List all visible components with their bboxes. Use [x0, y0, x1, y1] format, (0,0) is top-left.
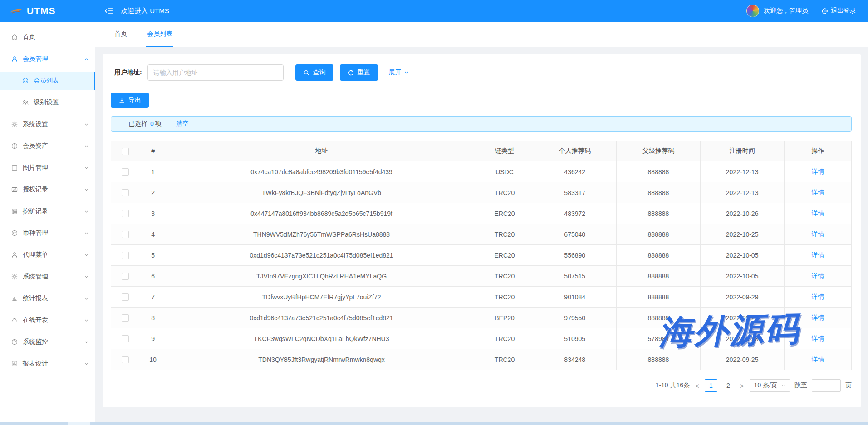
- table-row: 1 0x74ca107de8a8abfee498209b3fd01159e5f4…: [111, 161, 852, 182]
- pagination-total: 1-10 共16条: [656, 381, 690, 390]
- chevron-up-icon: [84, 57, 89, 62]
- sidebar-item-home[interactable]: 首页: [0, 28, 95, 46]
- row-date: 2022-09-28: [700, 328, 784, 349]
- user-greeting: 欢迎您，管理员: [764, 7, 808, 15]
- detail-link[interactable]: 详情: [811, 356, 824, 363]
- row-parent-code: 888888: [617, 182, 700, 203]
- row-chain: ERC20: [476, 203, 533, 224]
- row-code: 556890: [533, 245, 617, 266]
- row-code: 583317: [533, 182, 617, 203]
- dollar-circle-icon: [11, 142, 18, 150]
- row-chain: TRC20: [476, 266, 533, 287]
- sidebar-item-online-dev[interactable]: 在线开发: [0, 311, 95, 329]
- page-size-select[interactable]: 10 条/页: [750, 379, 790, 392]
- row-address: TKCF3wqsWLC2gNCDbXq1LaLhQkWfz7NHU3: [167, 328, 476, 349]
- jump-prefix: 跳至: [794, 381, 807, 390]
- row-checkbox[interactable]: [122, 314, 129, 322]
- expand-link[interactable]: 展开: [389, 68, 409, 77]
- picture-icon: [11, 186, 18, 193]
- table-list-icon: [11, 208, 18, 215]
- selected-count: 0: [150, 120, 154, 127]
- detail-link[interactable]: 详情: [811, 335, 824, 342]
- tab-home[interactable]: 首页: [113, 22, 128, 47]
- sidebar-item-report-design[interactable]: 报表设计: [0, 355, 95, 373]
- sidebar-item-mining-records[interactable]: 挖矿记录: [0, 202, 95, 220]
- sidebar-item-label: 币种管理: [23, 229, 79, 237]
- content-area: 用户地址: 查询 重置 展开: [95, 47, 868, 425]
- sidebar-item-member-assets[interactable]: 会员资产: [0, 137, 95, 155]
- page-2-button[interactable]: 2: [722, 379, 735, 392]
- next-page-button[interactable]: >: [739, 382, 745, 390]
- row-date: 2022-12-13: [700, 182, 784, 203]
- row-select-cell: [111, 224, 139, 245]
- search-icon: [303, 69, 310, 76]
- row-checkbox[interactable]: [122, 189, 129, 196]
- row-chain: USDC: [476, 161, 533, 182]
- sidebar-item-label: 图片管理: [23, 164, 79, 172]
- avatar[interactable]: [746, 5, 759, 17]
- scrollbar-thumb[interactable]: [68, 422, 90, 425]
- search-button[interactable]: 查询: [295, 64, 333, 81]
- row-parent-code: 578984: [617, 328, 700, 349]
- horizontal-scrollbar[interactable]: [0, 422, 868, 425]
- row-date: 2022-10-26: [700, 203, 784, 224]
- expand-label: 展开: [389, 68, 402, 77]
- export-button-label: 导出: [128, 96, 141, 104]
- row-checkbox[interactable]: [122, 231, 129, 238]
- logout-button[interactable]: 退出登录: [821, 7, 856, 15]
- row-checkbox[interactable]: [122, 210, 129, 217]
- detail-link[interactable]: 详情: [811, 189, 824, 196]
- home-icon: [11, 34, 18, 41]
- sidebar-item-coin-mgmt[interactable]: 币种管理: [0, 224, 95, 242]
- row-code: 675040: [533, 224, 617, 245]
- sidebar-item-stats-report[interactable]: 统计报表: [0, 289, 95, 308]
- row-checkbox[interactable]: [122, 168, 129, 176]
- row-checkbox[interactable]: [122, 252, 129, 259]
- chevron-down-icon: [84, 253, 89, 258]
- reset-button[interactable]: 重置: [340, 64, 378, 81]
- sidebar-item-member-list[interactable]: 会员列表: [0, 72, 95, 90]
- selected-suffix: 项: [155, 120, 162, 128]
- detail-link[interactable]: 详情: [811, 210, 824, 217]
- select-all-checkbox[interactable]: [122, 148, 129, 155]
- page-1-button[interactable]: 1: [705, 379, 717, 392]
- sidebar-item-system-monitor[interactable]: 系统监控: [0, 333, 95, 351]
- col-code: 个人推荐码: [533, 141, 617, 161]
- detail-link[interactable]: 详情: [811, 251, 824, 259]
- sidebar-item-system-setting[interactable]: 系统设置: [0, 115, 95, 133]
- sidebar-item-member-mgmt[interactable]: 会员管理: [0, 50, 95, 68]
- export-button[interactable]: 导出: [111, 93, 149, 108]
- row-checkbox[interactable]: [122, 273, 129, 280]
- detail-link[interactable]: 详情: [811, 168, 824, 175]
- col-index: #: [139, 141, 167, 161]
- address-input[interactable]: [147, 64, 284, 81]
- sidebar-item-level-setting[interactable]: 级别设置: [0, 93, 95, 112]
- jump-page-input[interactable]: [812, 379, 841, 392]
- detail-link[interactable]: 详情: [811, 314, 824, 321]
- prev-page-button[interactable]: <: [694, 382, 700, 390]
- row-code: 483972: [533, 203, 617, 224]
- refresh-icon: [348, 69, 354, 76]
- table-row: 8 0xd1d96c4137a73e521c251a0c4f75d085ef1e…: [111, 308, 852, 328]
- sidebar-item-label: 首页: [23, 33, 89, 41]
- detail-link[interactable]: 详情: [811, 230, 824, 238]
- topbar-right: 欢迎您，管理员 退出登录: [746, 5, 868, 17]
- sidebar-item-image-mgmt[interactable]: 图片管理: [0, 159, 95, 177]
- row-checkbox[interactable]: [122, 356, 129, 363]
- row-select-cell: [111, 161, 139, 182]
- tab-member-list[interactable]: 会员列表: [146, 22, 173, 47]
- sidebar-collapse-icon[interactable]: [104, 6, 113, 15]
- detail-link[interactable]: 详情: [811, 272, 824, 279]
- clear-selection-link[interactable]: 清空: [176, 120, 189, 128]
- row-date: 2022-10-05: [700, 266, 784, 287]
- row-code: 510905: [533, 328, 617, 349]
- row-checkbox[interactable]: [122, 293, 129, 301]
- row-checkbox[interactable]: [122, 335, 129, 342]
- sidebar-item-auth-records[interactable]: 授权记录: [0, 181, 95, 199]
- selection-bar: 已选择 0 项 清空: [111, 116, 852, 132]
- logout-label: 退出登录: [831, 7, 856, 15]
- sidebar-item-agent-menu[interactable]: 代理菜单: [0, 246, 95, 264]
- detail-link[interactable]: 详情: [811, 293, 824, 300]
- row-select-cell: [111, 245, 139, 266]
- sidebar-item-system-mgmt[interactable]: 系统管理: [0, 268, 95, 286]
